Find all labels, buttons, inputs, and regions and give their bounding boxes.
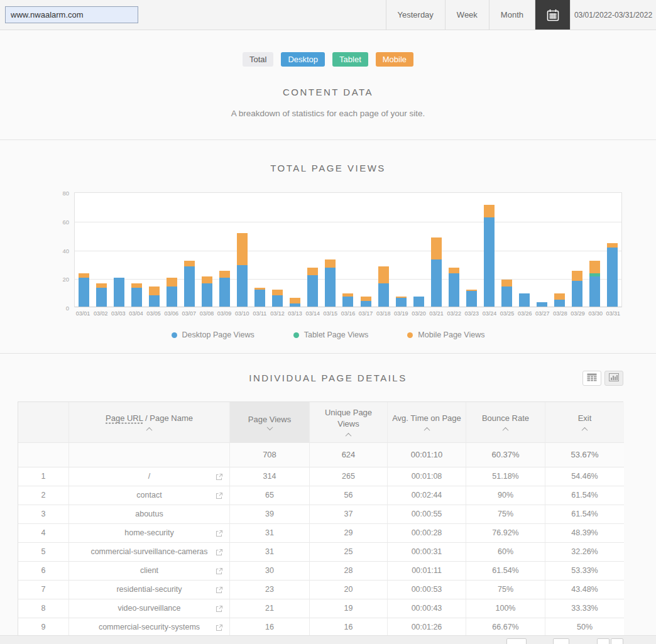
table-header-row: Page URL / Page NamePage ViewsUnique Pag… bbox=[18, 402, 623, 443]
range-button-week[interactable]: Week bbox=[445, 0, 489, 30]
bar-03/22[interactable] bbox=[445, 193, 462, 307]
filter-button-tablet[interactable]: Tablet bbox=[332, 52, 368, 67]
column-header-bounce-rate[interactable]: Bounce Rate bbox=[466, 402, 545, 443]
filter-button-mobile[interactable]: Mobile bbox=[376, 52, 413, 67]
x-axis-tick-03/22: 03/22 bbox=[446, 310, 463, 317]
pagination-prev-button[interactable] bbox=[597, 638, 610, 644]
bar-03/26[interactable] bbox=[516, 193, 533, 307]
chart-view-button[interactable] bbox=[604, 371, 623, 386]
x-axis-tick-03/06: 03/06 bbox=[163, 310, 180, 317]
external-link-icon[interactable] bbox=[216, 473, 223, 481]
sort-up-icon bbox=[346, 433, 352, 439]
bar-03/08[interactable] bbox=[198, 193, 216, 307]
external-link-icon[interactable] bbox=[216, 624, 223, 631]
x-axis-tick-03/24: 03/24 bbox=[481, 310, 498, 317]
row-rank: 5 bbox=[18, 543, 68, 562]
bar-03/01[interactable] bbox=[75, 193, 92, 307]
summary-rank bbox=[18, 443, 68, 467]
chart-legend: Desktop Page ViewsTablet Page ViewsMobil… bbox=[0, 330, 656, 353]
page-url-sort-link[interactable]: Page URL bbox=[106, 413, 143, 423]
table-footer-bar bbox=[0, 635, 656, 644]
bar-03/28[interactable] bbox=[551, 193, 569, 307]
legend-dot-icon bbox=[172, 332, 177, 338]
sort-up-icon bbox=[424, 427, 430, 434]
filter-button-desktop[interactable]: Desktop bbox=[281, 52, 325, 67]
x-axis-tick-03/25: 03/25 bbox=[498, 310, 516, 317]
bar-03/20[interactable] bbox=[410, 193, 427, 307]
x-axis-tick-03/04: 03/04 bbox=[127, 310, 145, 317]
bar-03/16[interactable] bbox=[339, 193, 357, 307]
external-link-icon[interactable] bbox=[216, 492, 223, 499]
row-page-name: client bbox=[68, 562, 229, 581]
table-row: 7residential-security232000:00:5375%43.4… bbox=[18, 581, 623, 599]
pagination-next-button[interactable] bbox=[611, 638, 623, 644]
column-header-exit[interactable]: Exit bbox=[545, 402, 624, 443]
table-summary-row: 70862400:01:1060.37%53.67% bbox=[18, 443, 623, 467]
legend-item-tablet: Tablet Page Views bbox=[293, 330, 369, 339]
sort-up-icon bbox=[146, 427, 153, 434]
row-unique-page-views: 37 bbox=[309, 505, 387, 524]
row-exit: 53.33% bbox=[545, 562, 624, 581]
column-header-page-views[interactable]: Page Views bbox=[229, 402, 309, 443]
bar-03/17[interactable] bbox=[357, 193, 374, 307]
summary-bounce-rate: 60.37% bbox=[466, 443, 545, 467]
external-link-icon[interactable] bbox=[216, 548, 223, 556]
calendar-button[interactable] bbox=[535, 0, 570, 30]
site-url-input[interactable] bbox=[5, 6, 138, 23]
row-exit: 48.39% bbox=[545, 524, 624, 543]
topbar-spacer bbox=[138, 0, 386, 30]
column-header-label: Exit bbox=[578, 413, 592, 424]
bar-03/09[interactable] bbox=[216, 193, 234, 307]
bar-03/29[interactable] bbox=[569, 193, 586, 307]
bar-03/30[interactable] bbox=[586, 193, 604, 307]
column-header-avg-time-on-page[interactable]: Avg. Time on Page bbox=[387, 402, 466, 443]
bar-03/03[interactable] bbox=[110, 193, 128, 307]
column-header-label: Unique Page Views bbox=[314, 407, 383, 429]
bar-03/21[interactable] bbox=[427, 193, 445, 307]
external-link-icon[interactable] bbox=[216, 586, 223, 594]
bar-03/06[interactable] bbox=[163, 193, 180, 307]
filter-button-total[interactable]: Total bbox=[243, 52, 273, 67]
row-page-name: commercial-security-systems bbox=[68, 618, 229, 637]
x-axis-tick-03/03: 03/03 bbox=[109, 310, 127, 317]
row-exit: 32.26% bbox=[545, 543, 624, 562]
bar-03/19[interactable] bbox=[392, 193, 410, 307]
bar-03/31[interactable] bbox=[604, 193, 621, 307]
bar-03/05[interactable] bbox=[145, 193, 163, 307]
summary-page bbox=[68, 443, 229, 467]
row-avg-time: 00:00:31 bbox=[387, 543, 466, 562]
column-header-label: Page URL / Page Name bbox=[106, 413, 193, 424]
sort-up-icon bbox=[503, 427, 509, 434]
bar-03/07[interactable] bbox=[180, 193, 198, 307]
pagination-button[interactable] bbox=[553, 638, 569, 644]
row-bounce-rate: 66.67% bbox=[466, 618, 545, 637]
x-axis-tick-03/10: 03/10 bbox=[233, 310, 251, 317]
bar-03/12[interactable] bbox=[269, 193, 287, 307]
summary-exit: 53.67% bbox=[545, 443, 624, 467]
table-view-button[interactable] bbox=[582, 371, 601, 386]
bar-03/04[interactable] bbox=[128, 193, 145, 307]
bar-03/15[interactable] bbox=[322, 193, 339, 307]
column-header-unique-page-views[interactable]: Unique Page Views bbox=[309, 402, 387, 443]
range-button-month[interactable]: Month bbox=[489, 0, 535, 30]
external-link-icon[interactable] bbox=[216, 567, 223, 575]
bar-03/13[interactable] bbox=[287, 193, 304, 307]
bar-03/24[interactable] bbox=[480, 193, 498, 307]
bar-03/18[interactable] bbox=[374, 193, 392, 307]
range-button-yesterday[interactable]: Yesterday bbox=[386, 0, 445, 30]
bar-03/02[interactable] bbox=[92, 193, 110, 307]
bar-03/11[interactable] bbox=[251, 193, 269, 307]
legend-label: Mobile Page Views bbox=[418, 330, 484, 339]
pagination-button[interactable] bbox=[506, 638, 527, 644]
bar-03/23[interactable] bbox=[462, 193, 480, 307]
bar-03/25[interactable] bbox=[498, 193, 516, 307]
row-avg-time: 00:01:08 bbox=[387, 467, 466, 486]
column-header-page-url-page-name[interactable]: Page URL / Page Name bbox=[68, 402, 229, 443]
row-rank: 1 bbox=[18, 467, 68, 486]
bar-03/27[interactable] bbox=[533, 193, 551, 307]
bar-03/14[interactable] bbox=[304, 193, 322, 307]
external-link-icon[interactable] bbox=[216, 605, 223, 613]
external-link-icon[interactable] bbox=[216, 530, 223, 537]
bar-03/10[interactable] bbox=[234, 193, 251, 307]
column-header-label: Bounce Rate bbox=[482, 413, 529, 424]
